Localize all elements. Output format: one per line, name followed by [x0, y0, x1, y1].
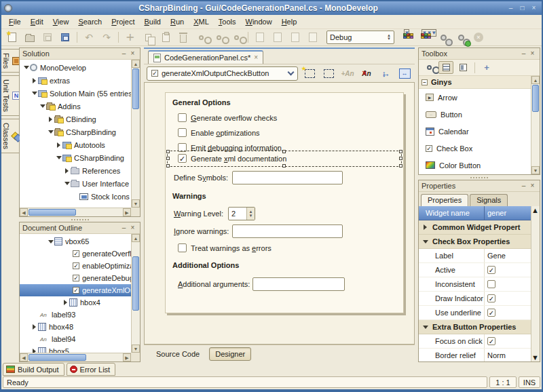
property-row[interactable]: Draw Indicator✓ [419, 292, 531, 306]
tree-row[interactable]: CSharpBinding [20, 125, 131, 138]
generate-xml-checkbox[interactable]: ✓ Generate xml documentation [178, 154, 286, 163]
property-value[interactable]: Norm [484, 349, 531, 361]
tree-row[interactable]: MonoDevelop [20, 61, 131, 74]
tree-row[interactable]: Stock Icons [20, 190, 131, 203]
delete-text-button[interactable]: ×An [359, 66, 374, 80]
tree-row[interactable]: Anlabel94 [20, 333, 131, 345]
scroll-down-icon[interactable]: ▼ [531, 166, 540, 174]
new-file-button[interactable] [4, 30, 20, 45]
solution-horizontal-scrollbar[interactable]: ◀▶ [20, 208, 131, 216]
menu-file[interactable]: File [4, 16, 26, 27]
selection-handle[interactable] [399, 164, 402, 168]
tree-row[interactable]: Addins [20, 100, 131, 113]
treat-warnings-checkbox[interactable]: Treat warnings as errors [178, 243, 272, 252]
menu-window[interactable]: Window [240, 16, 276, 27]
define-symbols-input[interactable] [232, 171, 343, 184]
additional-arguments-input[interactable] [252, 277, 345, 291]
expander-icon[interactable] [422, 240, 429, 243]
tree-row[interactable]: vbox65 [20, 235, 131, 248]
checkbox-checked-icon[interactable]: ✓ [487, 266, 495, 274]
find-in-files-button[interactable] [228, 30, 244, 45]
scroll-down-icon[interactable]: ▼ [531, 353, 540, 361]
tree-row[interactable]: hbox48 [20, 321, 131, 333]
property-row[interactable]: Border reliefNorm [419, 349, 531, 361]
outline-close-icon[interactable]: × [128, 224, 137, 232]
checkbox-checked-icon[interactable]: ✓ [487, 309, 495, 317]
property-section[interactable]: Extra Button Properties [419, 320, 531, 334]
toolbox-add-button[interactable]: + [479, 61, 494, 74]
tree-row[interactable]: ✓enableOptimization [20, 260, 131, 272]
select-container-button[interactable] [321, 66, 336, 80]
expander-icon[interactable] [31, 324, 38, 330]
tree-row-selected[interactable]: ✓generateXmlOutput [20, 284, 131, 296]
tree-row[interactable]: Solution Main (55 entries) [20, 87, 131, 100]
tree-row[interactable]: hbox4 [20, 296, 131, 309]
scroll-up-icon[interactable]: ▲ [132, 60, 140, 68]
scroll-down-icon[interactable]: ▼ [132, 345, 140, 353]
prev-bookmark-button[interactable] [269, 30, 286, 45]
selection-handle[interactable] [166, 164, 170, 168]
right-splitter[interactable] [418, 175, 540, 180]
toolbox-item-arrow[interactable]: ▶Arrow [419, 89, 540, 106]
property-value[interactable]: Gene [484, 249, 531, 262]
left-splitter[interactable] [19, 217, 141, 222]
property-row[interactable]: Active✓ [419, 263, 531, 277]
menu-run[interactable]: Run [166, 16, 189, 27]
next-bookmark-button[interactable] [287, 30, 303, 45]
selection-handle[interactable] [399, 157, 402, 160]
replace-button[interactable] [210, 30, 227, 45]
outline-horizontal-scrollbar[interactable]: ◀▶ [20, 353, 131, 361]
expander-icon[interactable] [47, 117, 54, 122]
tree-row[interactable]: User Interface [20, 177, 131, 190]
selection-handle[interactable] [166, 157, 170, 160]
expander-icon[interactable] [39, 104, 46, 108]
toolbox-minimize-icon[interactable]: – [519, 50, 528, 58]
tab-source-code[interactable]: Source Code [151, 348, 205, 360]
cut-button[interactable]: ✕ [122, 30, 138, 45]
solution-minimize-icon[interactable]: – [119, 50, 128, 58]
solution-close-icon[interactable]: × [128, 50, 137, 58]
expander-icon[interactable] [22, 66, 30, 69]
tab-build-output[interactable]: Build Output [3, 363, 64, 376]
tree-row[interactable]: ✓generateOverflowC [20, 248, 131, 260]
menu-tools[interactable]: Tools [214, 16, 241, 27]
expander-icon[interactable] [55, 142, 62, 148]
scroll-thumb[interactable] [532, 85, 539, 112]
tab-signals[interactable]: Signals [470, 194, 508, 206]
selection-handle[interactable] [399, 150, 402, 153]
toolbox-group-header[interactable]: − Ginys [419, 76, 540, 89]
toolbox-item-checkbox[interactable]: ✓Check Box [419, 140, 540, 157]
open-button[interactable] [22, 30, 38, 45]
expander-icon[interactable] [47, 240, 54, 243]
expander-icon[interactable] [63, 168, 71, 174]
property-row[interactable]: Focus on click✓ [419, 334, 531, 349]
debug-button[interactable] [453, 30, 469, 45]
toolbox-item-button[interactable]: ··Button [419, 106, 540, 123]
tab-properties[interactable]: Properties [421, 194, 468, 207]
toggle-bookmark-button[interactable] [252, 30, 268, 45]
save-all-button[interactable] [57, 30, 73, 45]
expander-icon[interactable] [63, 182, 71, 185]
property-section[interactable]: Common Widget Propert [419, 220, 531, 235]
toolbox-icon-view-button[interactable] [455, 61, 470, 74]
scroll-down-icon[interactable]: ▼ [132, 199, 140, 208]
property-row[interactable]: Inconsistent [419, 277, 531, 292]
scroll-thumb[interactable] [132, 256, 139, 311]
scroll-up-icon[interactable]: ▲ [531, 76, 540, 84]
expander-icon[interactable] [62, 300, 69, 305]
find-button[interactable] [193, 30, 209, 45]
outline-vertical-scrollbar[interactable]: ▲▼ [131, 234, 140, 353]
properties-close-icon[interactable]: × [528, 182, 537, 190]
toolbox-scrollbar[interactable]: ▲▼ [531, 76, 540, 174]
titlebar[interactable]: CSharpBinding - Gui/CodeGenerationPanel.… [1, 1, 542, 15]
expander-icon[interactable] [47, 130, 54, 134]
document-tab[interactable]: CodeGenerationPanel.cs* × [148, 50, 263, 64]
checkbox-icon[interactable] [487, 280, 495, 288]
property-row[interactable]: LabelGene [419, 249, 531, 263]
menu-build[interactable]: Build [140, 16, 166, 27]
menu-edit[interactable]: Edit [26, 16, 48, 27]
scroll-left-icon[interactable]: ◀ [20, 353, 28, 361]
toolbox-item-color-button[interactable]: Color Button [419, 157, 540, 174]
scroll-right-icon[interactable]: ▶ [123, 208, 131, 216]
widget-selector-combo[interactable]: ✓ generateXmlOutputCheckButton [147, 66, 298, 81]
